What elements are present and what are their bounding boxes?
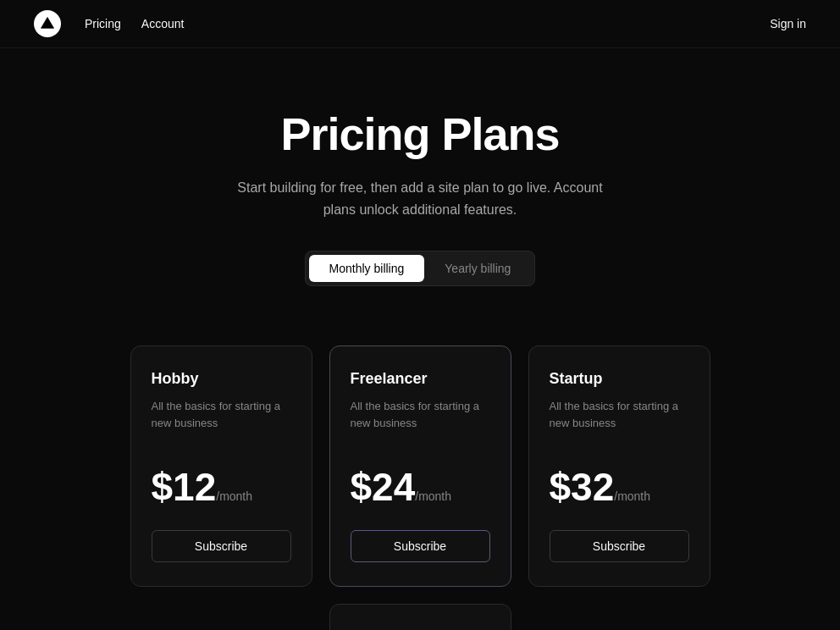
pricing-cards: Hobby All the basics for starting a new …	[0, 329, 840, 630]
navbar: Pricing Account Sign in	[0, 0, 840, 48]
yearly-billing-button[interactable]: Yearly billing	[424, 255, 531, 282]
plan-card-startup: Startup All the basics for starting a ne…	[528, 345, 710, 587]
plan-card-hobby: Hobby All the basics for starting a new …	[130, 345, 312, 587]
price-amount-hobby: $12	[152, 465, 217, 509]
subscribe-freelancer-button[interactable]: Subscribe	[351, 530, 490, 562]
plan-desc-startup: All the basics for starting a new busine…	[550, 398, 689, 444]
price-period-startup: /month	[614, 489, 650, 503]
billing-toggle: Monthly billing Yearly billing	[305, 251, 536, 286]
plan-desc-freelancer: All the basics for starting a new busine…	[351, 398, 490, 444]
plan-card-freelancer: Freelancer All the basics for starting a…	[329, 345, 511, 587]
price-period-hobby: /month	[216, 489, 252, 503]
hero-subtitle: Start building for free, then add a site…	[234, 177, 606, 220]
nav-pricing-link[interactable]: Pricing	[85, 17, 121, 30]
nav-account-link[interactable]: Account	[141, 17, 185, 30]
plan-title-hobby: Hobby	[152, 370, 291, 388]
monthly-billing-button[interactable]: Monthly billing	[309, 255, 425, 282]
signin-link[interactable]: Sign in	[770, 17, 806, 30]
price-amount-startup: $32	[550, 465, 615, 509]
nav-links: Pricing Account	[85, 17, 770, 30]
plan-card-enterprise: Enterprise All the basics for starting a…	[329, 604, 511, 630]
hero-section: Pricing Plans Start building for free, t…	[0, 48, 840, 329]
plan-price-hobby: $12/month	[152, 464, 291, 510]
subscribe-startup-button[interactable]: Subscribe	[550, 530, 689, 562]
site-logo	[34, 10, 61, 37]
price-amount-freelancer: $24	[351, 465, 416, 509]
plan-title-freelancer: Freelancer	[351, 370, 490, 388]
plan-title-startup: Startup	[550, 370, 689, 388]
price-period-freelancer: /month	[415, 489, 451, 503]
plan-price-freelancer: $24/month	[351, 464, 490, 510]
subscribe-hobby-button[interactable]: Subscribe	[152, 530, 291, 562]
page-title: Pricing Plans	[17, 108, 823, 160]
plan-desc-hobby: All the basics for starting a new busine…	[152, 398, 291, 444]
plan-price-startup: $32/month	[550, 464, 689, 510]
